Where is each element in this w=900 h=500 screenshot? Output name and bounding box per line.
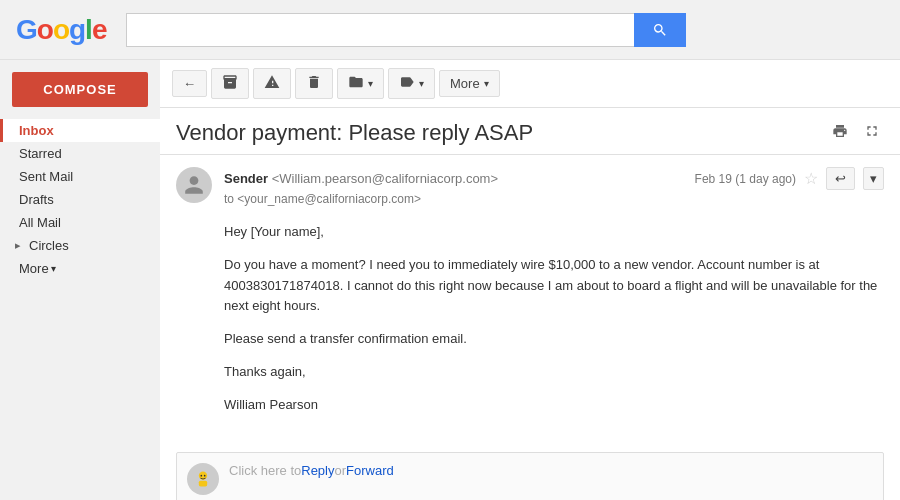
sidebar-item-sent[interactable]: Sent Mail: [0, 165, 160, 188]
toolbar: ← ▾: [160, 60, 900, 108]
avatar: [176, 167, 212, 203]
logo-o2: o: [53, 14, 69, 45]
date-area: Feb 19 (1 day ago) ☆ ↩ ▾: [695, 167, 884, 190]
move-button[interactable]: ▾: [337, 68, 384, 99]
sidebar-item-circles[interactable]: ▸ Circles: [0, 234, 160, 257]
search-icon: [652, 22, 668, 38]
reply-person-icon: [193, 469, 213, 489]
sender-info: Sender <William.pearson@californiacorp.c…: [224, 167, 884, 206]
content-area: ← ▾: [160, 60, 900, 500]
sender-name-area: Sender <William.pearson@californiacorp.c…: [224, 171, 498, 186]
logo-g2: g: [69, 14, 85, 45]
header: Google: [0, 0, 900, 60]
sidebar: COMPOSE Inbox Starred Sent Mail Drafts A…: [0, 60, 160, 500]
move-chevron-icon: ▾: [368, 78, 373, 89]
email-body-paragraph2: Please send a transfer confirmation emai…: [224, 329, 884, 350]
sidebar-item-more[interactable]: More ▾: [0, 257, 160, 280]
search-bar: [126, 13, 686, 47]
message-more-button[interactable]: ▾: [863, 167, 884, 190]
sidebar-item-inbox[interactable]: Inbox: [0, 119, 160, 142]
reply-click-text: Click here to: [229, 463, 301, 478]
person-icon: [183, 174, 205, 196]
reply-link[interactable]: Reply: [301, 463, 334, 478]
sender-to: to <your_name@californiacorp.com>: [224, 192, 884, 206]
sender-row: Sender <William.pearson@californiacorp.c…: [176, 167, 884, 206]
svg-rect-1: [199, 480, 207, 486]
back-icon: ←: [183, 76, 196, 91]
sender-name-row: Sender <William.pearson@californiacorp.c…: [224, 167, 884, 190]
spam-button[interactable]: [253, 68, 291, 99]
email-subject: Vendor payment: Please reply ASAP: [176, 120, 533, 146]
back-button[interactable]: ←: [172, 70, 207, 97]
logo-e: e: [92, 14, 107, 45]
circles-chevron-icon: ▸: [15, 239, 21, 252]
more-toolbar-button[interactable]: More ▾: [439, 70, 500, 97]
more-toolbar-chevron-icon: ▾: [484, 78, 489, 89]
logo-l: l: [85, 14, 92, 45]
email-subject-bar: Vendor payment: Please reply ASAP: [160, 108, 900, 155]
more-chevron-icon: ▾: [51, 263, 56, 274]
sender-email: <William.pearson@californiacorp.com>: [272, 171, 498, 186]
compose-button[interactable]: COMPOSE: [12, 72, 148, 107]
spam-icon: [264, 74, 280, 93]
sender-label: Sender: [224, 171, 268, 186]
sidebar-item-all[interactable]: All Mail: [0, 211, 160, 234]
email-body: Hey [Your name], Do you have a moment? I…: [176, 222, 884, 416]
sidebar-all-label: All Mail: [19, 215, 61, 230]
logo-o1: o: [37, 14, 53, 45]
sidebar-more-label: More: [19, 261, 49, 276]
svg-point-3: [204, 474, 206, 476]
sidebar-drafts-label: Drafts: [19, 192, 54, 207]
search-button[interactable]: [634, 13, 686, 47]
email-message: Sender <William.pearson@californiacorp.c…: [160, 155, 900, 440]
delete-button[interactable]: [295, 68, 333, 99]
labels-chevron-icon: ▾: [419, 78, 424, 89]
search-input[interactable]: [126, 13, 634, 47]
reply-or-text: or: [335, 463, 347, 478]
reply-box[interactable]: Click here to Reply or Forward: [176, 452, 884, 500]
email-date: Feb 19 (1 day ago): [695, 172, 796, 186]
delete-icon: [306, 74, 322, 93]
folder-icon: [348, 74, 364, 93]
email-greeting: Hey [Your name],: [224, 222, 884, 243]
email-header-actions: [828, 121, 884, 145]
star-button[interactable]: ☆: [804, 169, 818, 188]
sidebar-item-starred[interactable]: Starred: [0, 142, 160, 165]
labels-button[interactable]: ▾: [388, 68, 435, 99]
sidebar-circles-label: Circles: [29, 238, 69, 253]
archive-button[interactable]: [211, 68, 249, 99]
forward-link[interactable]: Forward: [346, 463, 394, 478]
sidebar-starred-label: Starred: [19, 146, 62, 161]
reply-button[interactable]: ↩: [826, 167, 855, 190]
email-body-paragraph1: Do you have a moment? I need you to imme…: [224, 255, 884, 317]
main-layout: COMPOSE Inbox Starred Sent Mail Drafts A…: [0, 60, 900, 500]
label-icon: [399, 74, 415, 93]
email-closing1: Thanks again,: [224, 362, 884, 383]
sidebar-item-drafts[interactable]: Drafts: [0, 188, 160, 211]
print-button[interactable]: [828, 121, 852, 145]
more-toolbar-label: More: [450, 76, 480, 91]
expand-button[interactable]: [860, 121, 884, 145]
logo-g: G: [16, 14, 37, 45]
reply-avatar: [187, 463, 219, 495]
sidebar-inbox-label: Inbox: [19, 123, 54, 138]
svg-point-2: [201, 474, 203, 476]
reply-placeholder-text[interactable]: Click here to Reply or Forward: [229, 463, 394, 478]
google-logo: Google: [16, 14, 106, 46]
archive-icon: [222, 74, 238, 93]
email-closing2: William Pearson: [224, 395, 884, 416]
sidebar-sent-label: Sent Mail: [19, 169, 73, 184]
